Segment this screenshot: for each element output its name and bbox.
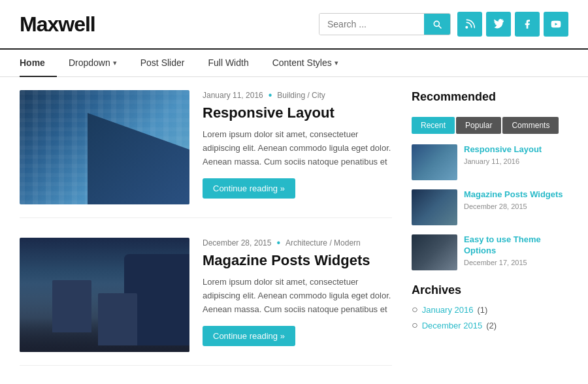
main-container: January 11, 2016 • Building / City Respo…: [0, 77, 588, 384]
sidebar-item-1: Responsive Layout January 11, 2016: [412, 144, 568, 180]
navigation: Home Dropdown ▾ Post Slider Full Width C…: [0, 48, 588, 77]
archive-count-dec2015: (2): [486, 321, 497, 330]
search-input[interactable]: [319, 14, 424, 35]
sidebar-thumb-1: [412, 144, 457, 180]
post-2-title[interactable]: Magazine Posts Widgets: [203, 252, 392, 269]
sidebar-item-2-date: December 28, 2015: [464, 202, 563, 210]
post-1-thumbnail: [20, 90, 189, 204]
sidebar-item-1-title[interactable]: Responsive Layout: [464, 144, 542, 155]
sidebar-item-1-info: Responsive Layout January 11, 2016: [464, 144, 542, 165]
header-right: [319, 12, 568, 37]
header: Maxwell: [0, 0, 588, 48]
post-1-excerpt: Lorem ipsum dolor sit amet, consectetuer…: [203, 128, 392, 168]
post-2-continue-button[interactable]: Continue reading »: [203, 326, 295, 346]
post-2-date: December 28, 2015: [203, 238, 271, 248]
post-2-excerpt: Lorem ipsum dolor sit amet, consectetuer…: [203, 276, 392, 316]
youtube-icon[interactable]: [544, 12, 568, 37]
archive-item-1: ○ January 2016 (1): [412, 304, 568, 315]
sidebar-item-3-date: December 17, 2015: [464, 259, 568, 266]
sidebar-thumb-3: [412, 234, 457, 270]
post-1-title[interactable]: Responsive Layout: [203, 104, 392, 121]
social-icons: [457, 12, 568, 37]
archive-link-jan2016[interactable]: January 2016: [422, 305, 474, 315]
tab-comments[interactable]: Comments: [502, 117, 559, 134]
archive-item-2: ○ December 2015 (2): [412, 319, 568, 331]
sidebar-item-3-title[interactable]: Easy to use Theme Options: [464, 234, 568, 257]
sidebar-item-2: Magazine Posts Widgets December 28, 2015: [412, 189, 568, 225]
archive-bullet-2: ○: [412, 319, 418, 331]
archive-link-dec2015[interactable]: December 2015: [422, 321, 483, 330]
nav-item-dropdown[interactable]: Dropdown ▾: [57, 50, 129, 77]
search-button[interactable]: [424, 14, 450, 35]
post-2-category: Architecture / Modern: [286, 238, 361, 248]
post-2-body: December 28, 2015 • Architecture / Moder…: [203, 238, 392, 352]
archive-bullet-1: ○: [412, 304, 418, 315]
nav-item-full-width[interactable]: Full Width: [196, 50, 260, 77]
post-1-dot: •: [269, 90, 272, 101]
post-1-date: January 11, 2016: [203, 91, 263, 100]
chevron-down-icon: ▾: [113, 59, 117, 67]
search-icon: [432, 19, 442, 29]
nav-item-post-slider[interactable]: Post Slider: [129, 50, 197, 77]
post-2-thumbnail: [20, 238, 189, 352]
recommended-title: Recommended: [412, 90, 568, 109]
nav-label-content-styles: Content Styles: [272, 57, 332, 68]
sidebar: Recommended Recent Popular Comments Resp…: [412, 90, 568, 384]
rss-icon[interactable]: [457, 12, 482, 37]
sidebar-tabs: Recent Popular Comments: [412, 117, 568, 134]
tab-recent[interactable]: Recent: [412, 117, 455, 134]
facebook-icon[interactable]: [515, 12, 540, 37]
search-form: [319, 13, 451, 35]
sidebar-item-1-date: January 11, 2016: [464, 157, 542, 165]
sidebar-thumb-2: [412, 189, 457, 225]
post-2-meta: December 28, 2015 • Architecture / Moder…: [203, 238, 392, 248]
post-1-category: Building / City: [277, 91, 325, 100]
post-1-body: January 11, 2016 • Building / City Respo…: [203, 90, 392, 204]
post-1-meta: January 11, 2016 • Building / City: [203, 90, 392, 101]
sidebar-item-3: Easy to use Theme Options December 17, 2…: [412, 234, 568, 270]
sidebar-item-2-title[interactable]: Magazine Posts Widgets: [464, 189, 563, 200]
post-2: December 28, 2015 • Architecture / Moder…: [20, 238, 392, 366]
nav-item-home[interactable]: Home: [20, 50, 57, 77]
site-title[interactable]: Maxwell: [20, 12, 95, 37]
archive-count-jan2016: (1): [477, 305, 487, 315]
content-area: January 11, 2016 • Building / City Respo…: [20, 90, 392, 384]
post-1-continue-button[interactable]: Continue reading »: [203, 178, 295, 199]
twitter-icon[interactable]: [486, 12, 511, 37]
archives-title: Archives: [412, 283, 568, 297]
svg-point-0: [465, 26, 468, 29]
sidebar-item-3-info: Easy to use Theme Options December 17, 2…: [464, 234, 568, 266]
post-1: January 11, 2016 • Building / City Respo…: [20, 90, 392, 218]
tab-popular[interactable]: Popular: [456, 117, 501, 134]
post-2-dot: •: [276, 238, 280, 248]
sidebar-item-2-info: Magazine Posts Widgets December 28, 2015: [464, 189, 563, 210]
chevron-down-icon-2: ▾: [335, 59, 338, 67]
nav-item-content-styles[interactable]: Content Styles ▾: [261, 50, 350, 77]
nav-label-dropdown: Dropdown: [69, 57, 110, 68]
